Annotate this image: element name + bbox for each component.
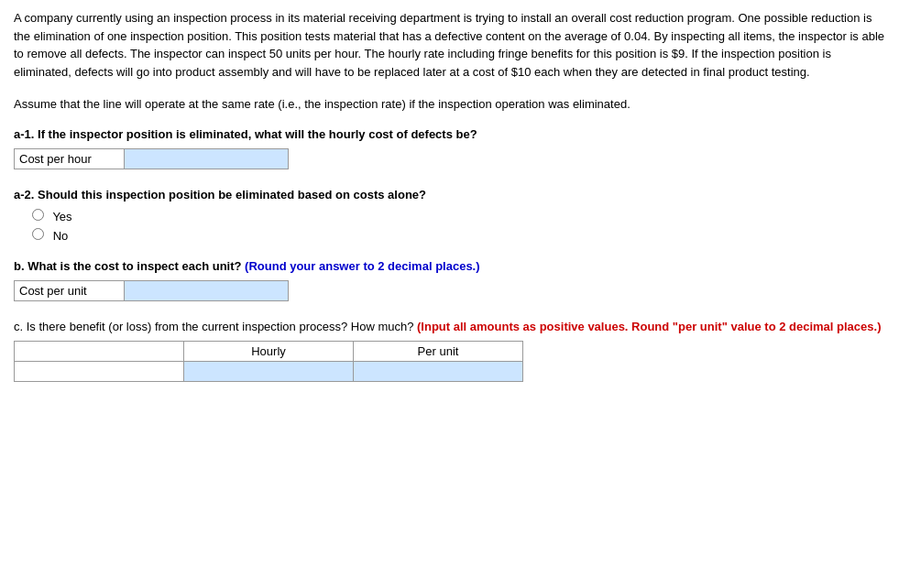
question-b-label: b. What is the cost to inspect each unit… [14,259,885,273]
question-a1-text: If the inspector position is eliminated,… [34,127,477,141]
table-c-empty-header [15,342,184,362]
table-c-hourly-cell [184,362,354,382]
cost-per-hour-table: Cost per hour [14,148,289,169]
yes-no-radio-group: Yes No [32,209,885,243]
radio-no-label[interactable]: No [32,228,885,243]
question-a1-label: a-1. If the inspector position is elimin… [14,127,885,141]
question-c-bold: c. [14,320,23,333]
cost-per-unit-table: Cost per unit [14,280,289,301]
table-c-hourly-input[interactable] [192,365,345,378]
cost-per-unit-input-cell [125,281,289,301]
question-b-bold2: (Round your answer to 2 decimal places.) [241,259,479,273]
radio-no[interactable] [32,228,44,240]
question-c-text: Is there benefit (or loss) from the curr… [23,320,413,333]
question-b-bold: b. [14,259,25,273]
question-a2-bold: a-2. [14,188,34,201]
table-c-per-unit-cell [354,362,523,382]
question-a2-label: a-2. Should this inspection position be … [14,188,885,201]
table-c-per-unit-header: Per unit [354,342,523,362]
question-b-text: What is the cost to inspect each unit? [25,259,242,273]
radio-yes-label[interactable]: Yes [32,209,885,223]
cost-per-unit-label: Cost per unit [15,281,125,301]
cost-per-hour-input[interactable] [129,152,283,166]
radio-yes-text: Yes [52,210,71,223]
table-c-row-label-cell [15,362,184,382]
question-c-bold-red: (Input all amounts as positive values. R… [413,320,881,333]
cost-per-hour-label: Cost per hour [15,149,125,169]
intro-paragraph1: A company currently using an inspection … [14,9,885,81]
cost-per-hour-input-cell [125,149,289,169]
radio-no-text: No [53,229,69,243]
cost-per-unit-input[interactable] [129,284,283,298]
benefit-loss-table: Hourly Per unit [14,341,523,382]
assumption-paragraph: Assume that the line will operate at the… [14,97,885,111]
table-c-row-label-input[interactable] [22,365,176,378]
radio-yes[interactable] [32,209,44,221]
table-c-hourly-header: Hourly [184,342,354,362]
question-c-label: c. Is there benefit (or loss) from the c… [14,320,885,333]
table-c-per-unit-input[interactable] [361,365,515,378]
question-a1-bold: a-1. [14,127,34,141]
question-a2-text: Should this inspection position be elimi… [34,188,426,201]
table-c-row [15,362,523,382]
